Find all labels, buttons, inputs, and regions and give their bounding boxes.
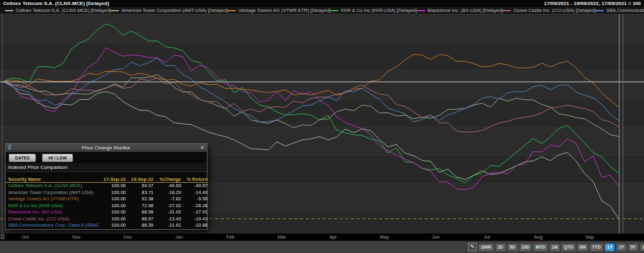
- value-cell: -27.02: [154, 203, 182, 210]
- column-header[interactable]: %Change: [154, 176, 182, 183]
- value-cell: 92.38: [126, 196, 154, 203]
- x-axis: OctNovDecJanFebMarAprMayJunJulAugSep: [0, 234, 644, 240]
- value-cell: -16.29: [154, 190, 182, 196]
- legend-bar: Cellnex Telecom S.A. (CLNX-MCE) [Delayed…: [0, 7, 644, 14]
- legend-item-7[interactable]: SBA Communications Corp. Class A (SBAC-U…: [596, 8, 644, 13]
- legend-line-swatch-icon: [330, 10, 338, 11]
- value-cell: 68.98: [126, 209, 154, 216]
- value-cell: -40.63: [154, 183, 182, 190]
- price-change-monitor-window: F Price Change Monitor ✕ DATESHI / LOW I…: [5, 143, 208, 230]
- period-button-5d[interactable]: 5D: [508, 244, 518, 251]
- period-button-10y[interactable]: 10Y: [640, 244, 644, 251]
- monitor-title-bar[interactable]: F Price Change Monitor ✕: [6, 144, 207, 152]
- legend-item-label: Crown Castle Inc. (CCI-USA) [Delayed]: [513, 8, 596, 13]
- period-button-1min[interactable]: 1MIN: [479, 244, 494, 251]
- monitor-title: Price Change Monitor: [12, 145, 200, 151]
- column-header[interactable]: % Return: [182, 176, 208, 183]
- x-axis-label-oct: Oct: [21, 234, 29, 240]
- chart-application-window: Cellnex Telecom S.A. (CLNX-MCE) [Delayed…: [0, 0, 644, 253]
- legend-line-swatch-icon: [111, 10, 119, 11]
- period-button-1m[interactable]: 1M: [550, 244, 560, 251]
- value-cell: -10.43: [182, 216, 208, 223]
- period-button-5y[interactable]: 5Y: [628, 244, 638, 251]
- legend-item-1[interactable]: Cellnex Telecom S.A. (CLNX-MCE) [Delayed…: [5, 8, 111, 13]
- x-axis-label-jun: Jun: [432, 234, 440, 240]
- page-title: Cellnex Telecom S.A. (CLNX-MCE) [Delayed…: [3, 1, 109, 6]
- column-header[interactable]: 19-Sep-22: [126, 176, 154, 183]
- value-cell: -13.43: [154, 216, 182, 223]
- security-name-cell: American Tower Corporation (AMT-USA): [7, 190, 99, 196]
- period-button-mtd[interactable]: MTD: [533, 244, 547, 251]
- value-cell: -26.28: [182, 203, 208, 210]
- x-axis-label-nov: Nov: [72, 234, 80, 240]
- table-row[interactable]: Vantage Towers AG (VTWR-ETR)100.0092.38-…: [6, 196, 207, 203]
- value-cell: 100.00: [99, 203, 126, 210]
- legend-line-swatch-icon: [228, 10, 236, 11]
- security-name-cell: Blackstone Inc. (BX-USA): [7, 209, 99, 216]
- x-axis-label-aug: Aug: [534, 234, 542, 240]
- security-name-cell: SBA Communications Corp. Class A (SBAC-: [7, 222, 99, 229]
- close-icon[interactable]: ✕: [200, 145, 204, 151]
- value-cell: 100.00: [99, 216, 126, 223]
- annotate-pencil-icon[interactable]: ✎: [468, 243, 477, 251]
- price-change-table: Security Name17-Sep-2119-Sep-22%Change% …: [6, 176, 207, 229]
- table-row[interactable]: Cellnex Telecom S.A. (CLNX-MCE)100.0059.…: [6, 183, 207, 190]
- value-cell: 83.71: [126, 190, 154, 196]
- legend-line-swatch-icon: [502, 10, 511, 11]
- period-button-6m[interactable]: 6M: [577, 244, 588, 251]
- value-cell: -40.57: [182, 183, 208, 190]
- date-range-label: 17/09/2021 - 19/09/2022, 17/09/2021 = 10…: [544, 1, 641, 6]
- security-name-cell: KKR & Co Inc (KKR-USA): [7, 203, 99, 210]
- column-header[interactable]: Security Name: [7, 176, 99, 183]
- value-cell: -31.02: [154, 209, 182, 216]
- x-axis-label-sep: Sep: [586, 234, 594, 240]
- monitor-subtitle: Indexed Price Comparison: [6, 163, 207, 172]
- value-cell: 100.00: [99, 209, 126, 216]
- table-row[interactable]: SBA Communications Corp. Class A (SBAC-1…: [6, 222, 207, 229]
- monitor-button-dates[interactable]: DATES: [9, 154, 36, 162]
- value-cell: -5.55: [182, 196, 208, 203]
- security-name-cell: Vantage Towers AG (VTWR-ETR): [7, 196, 99, 203]
- x-axis-label-apr: Apr: [330, 234, 337, 240]
- period-button-1y[interactable]: 1Y: [605, 244, 615, 251]
- x-axis-label-dec: Dec: [124, 234, 132, 240]
- legend-item-label: SBA Communications Corp. Class A (SBAC-U…: [606, 8, 644, 13]
- period-button-2d[interactable]: 2D: [496, 244, 506, 251]
- legend-item-5[interactable]: Blackstone Inc. (BX-USA) [Delayed]: [417, 8, 503, 13]
- x-axis-label-jul: Jul: [484, 234, 491, 240]
- column-header[interactable]: 17-Sep-21: [99, 176, 126, 183]
- value-cell: 100.00: [99, 190, 126, 196]
- value-cell: 100.00: [99, 196, 126, 203]
- value-cell: 86.57: [126, 216, 154, 223]
- legend-item-6[interactable]: Crown Castle Inc. (CCI-USA) [Delayed]: [502, 8, 596, 13]
- value-cell: -10.88: [182, 222, 208, 229]
- value-cell: 59.37: [126, 183, 154, 190]
- security-name-cell: Crown Castle Inc. (CCI-USA): [7, 216, 99, 223]
- period-button-qtd[interactable]: QTD: [562, 244, 575, 251]
- period-button-group: ✎ 1MIN2D5D10DMTD1MQTD6MYTD1Y2Y5Y10Y: [468, 243, 644, 251]
- period-button-ytd[interactable]: YTD: [590, 244, 603, 251]
- table-row[interactable]: Crown Castle Inc. (CCI-USA)100.0086.57-1…: [6, 216, 207, 223]
- table-row[interactable]: KKR & Co Inc (KKR-USA)100.0072.98-27.02-…: [6, 203, 207, 210]
- legend-item-label: Blackstone Inc. (BX-USA) [Delayed]: [428, 8, 503, 13]
- legend-item-label: Cellnex Telecom S.A. (CLNX-MCE) [Delayed…: [16, 8, 111, 13]
- value-cell: -14.49: [182, 190, 208, 196]
- bottom-toolbar: ✎ 1MIN2D5D10DMTD1MQTD6MYTD1Y2Y5Y10Y: [0, 240, 644, 253]
- legend-item-3[interactable]: Vantage Towers AG (VTWR-ETR) [Delayed]: [228, 8, 330, 13]
- value-cell: 88.39: [126, 222, 154, 229]
- x-axis-label-mar: Mar: [278, 234, 286, 240]
- legend-item-4[interactable]: KKR & Co Inc (KKR-USA) [Delayed]: [330, 8, 416, 13]
- legend-line-swatch-icon: [417, 10, 425, 11]
- scrollbar-stub[interactable]: [1, 234, 4, 239]
- legend-item-2[interactable]: American Tower Corporation (AMT-USA) [De…: [111, 8, 228, 13]
- period-button-2y[interactable]: 2Y: [616, 244, 626, 251]
- period-button-10d[interactable]: 10D: [519, 244, 532, 251]
- table-row[interactable]: American Tower Corporation (AMT-USA)100.…: [6, 190, 207, 196]
- monitor-button-row: DATESHI / LOW: [6, 152, 207, 163]
- monitor-button-hi-low[interactable]: HI / LOW: [42, 154, 73, 162]
- legend-item-label: KKR & Co Inc (KKR-USA) [Delayed]: [341, 8, 416, 13]
- table-row[interactable]: Blackstone Inc. (BX-USA)100.0068.98-31.0…: [6, 209, 207, 216]
- value-cell: -27.91: [182, 209, 208, 216]
- x-axis-label-may: May: [380, 234, 389, 240]
- legend-item-label: Vantage Towers AG (VTWR-ETR) [Delayed]: [238, 8, 330, 13]
